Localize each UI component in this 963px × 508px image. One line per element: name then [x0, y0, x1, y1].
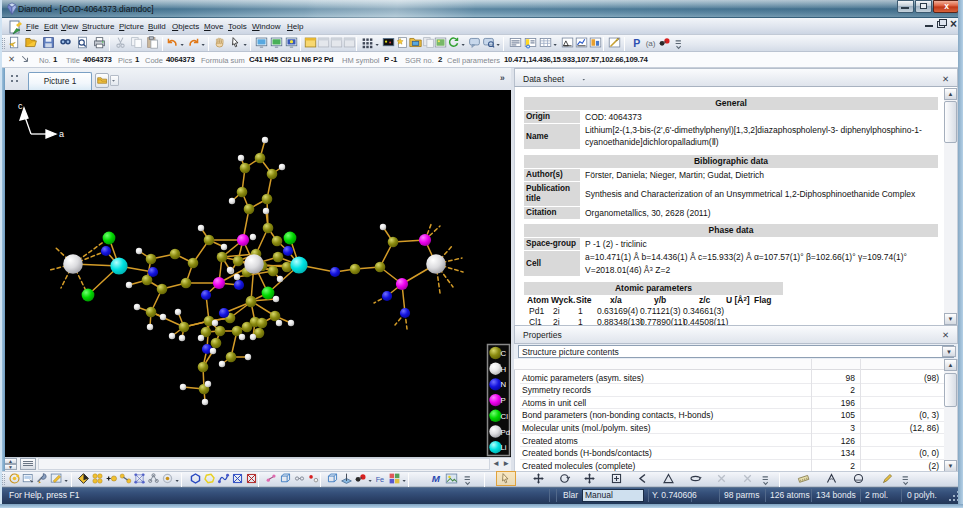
svg-text:P: P	[501, 396, 506, 405]
svg-text:Pd: Pd	[501, 428, 511, 437]
svg-text:C: C	[501, 349, 507, 358]
svg-text:M: M	[432, 473, 441, 484]
svg-text:N: N	[501, 380, 507, 389]
svg-text:a: a	[59, 129, 64, 139]
svg-text:c: c	[18, 101, 23, 111]
svg-text:(a): (a)	[646, 39, 656, 48]
svg-text:Fe: Fe	[376, 475, 385, 484]
svg-text:H: H	[501, 365, 507, 374]
svg-text:Cl: Cl	[501, 412, 509, 421]
svg-text:P: P	[633, 37, 640, 49]
svg-text:Li: Li	[501, 443, 507, 452]
